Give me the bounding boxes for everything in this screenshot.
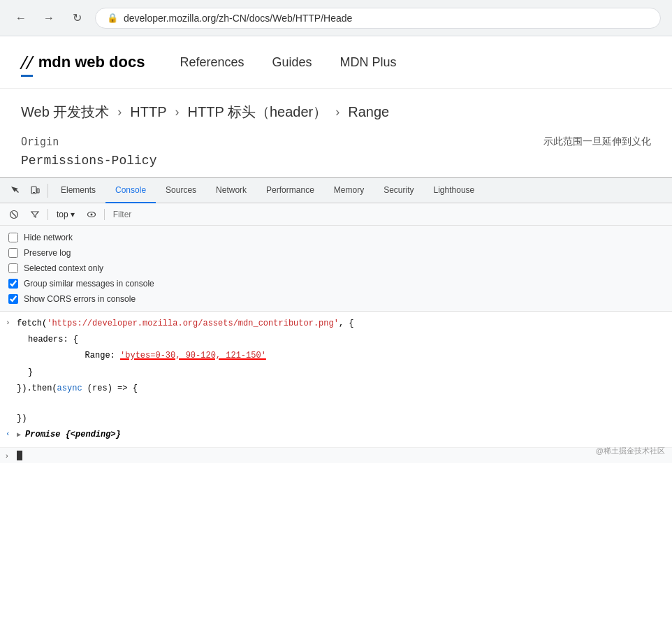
- lock-icon: 🔒: [107, 13, 118, 23]
- console-input-arrow: ›: [6, 451, 17, 460]
- tab-performance[interactable]: Performance: [256, 178, 324, 203]
- selected-context-checkbox[interactable]: [8, 263, 18, 273]
- svg-line-4: [12, 212, 16, 217]
- preserve-log-label: Preserve log: [24, 248, 71, 258]
- tab-network[interactable]: Network: [206, 178, 256, 203]
- mdn-logo[interactable]: // mdn web docs: [21, 50, 145, 74]
- console-settings: Hide network Preserve log Selected conte…: [0, 226, 672, 312]
- nav-references[interactable]: References: [180, 55, 244, 70]
- promise-expand-arrow: ▶: [17, 431, 25, 439]
- page-content: Origin 示此范围一旦延伸到义化 Permissions-Policy: [0, 129, 672, 177]
- console-input-line: ›: [0, 447, 672, 463]
- tab-security[interactable]: Security: [374, 178, 423, 203]
- console-toolbar-sep-1: [48, 209, 48, 220]
- close-headers-text: }: [28, 366, 33, 379]
- console-line-close-headers: }: [0, 365, 672, 381]
- preserve-log-checkbox[interactable]: [8, 248, 18, 258]
- filter-input[interactable]: [109, 208, 666, 221]
- show-cors-checkbox[interactable]: [8, 294, 18, 304]
- page-origin-text: Origin: [21, 136, 59, 148]
- nav-mdn-plus[interactable]: MDN Plus: [340, 55, 397, 70]
- eye-icon-btn[interactable]: [83, 206, 100, 223]
- hide-network-label: Hide network: [24, 233, 73, 242]
- console-output: › fetch('https://developer.mozilla.org/a…: [0, 312, 672, 447]
- back-button[interactable]: ←: [11, 8, 31, 28]
- devtools-sep-1: [48, 184, 48, 198]
- show-cors-label: Show CORS errors in console: [24, 294, 136, 304]
- tab-elements[interactable]: Elements: [51, 178, 105, 203]
- async-keyword: async: [57, 384, 82, 393]
- top-context-label: top: [57, 210, 68, 219]
- breadcrumb-http-headers[interactable]: HTTP 标头（header）: [188, 103, 328, 122]
- group-similar-label: Group similar messages in console: [24, 279, 154, 289]
- console-arrow-1: ›: [6, 317, 17, 330]
- breadcrumb-sep-3: ›: [335, 105, 339, 119]
- console-cursor: [17, 451, 22, 460]
- dropdown-arrow-icon: ▾: [71, 210, 75, 219]
- console-output-wrapper: › fetch('https://developer.mozilla.org/a…: [0, 312, 672, 463]
- headers-text: headers: {: [28, 333, 78, 347]
- breadcrumb-current: Range: [348, 104, 389, 120]
- page-chinese-text: 示此范围一旦延伸到义化: [543, 136, 651, 148]
- console-line-promise: ‹ ▶ Promise {<pending>}: [0, 427, 672, 443]
- range-value: 'bytes=0-30, 90-120, 121-150': [120, 351, 266, 361]
- then-suffix: (res) => {: [82, 384, 138, 393]
- console-line-headers: headers: {: [0, 332, 672, 348]
- hide-network-checkbox[interactable]: [8, 233, 18, 242]
- devtools-tabs: Elements Console Sources Network Perform…: [0, 178, 672, 203]
- checkbox-hide-network: Hide network: [8, 230, 664, 245]
- clear-console-btn[interactable]: [6, 206, 22, 223]
- console-line-range: Range: 'bytes=0-30, 90-120, 121-150': [0, 348, 672, 364]
- watermark: @稀土掘金技术社区: [596, 446, 665, 456]
- page-permissions-policy: Permissions-Policy: [21, 148, 651, 170]
- breadcrumb-sep-2: ›: [175, 105, 180, 119]
- tab-lighthouse[interactable]: Lighthouse: [424, 178, 485, 203]
- mdn-logo-mark: //: [21, 50, 33, 74]
- close-then-text: }): [17, 412, 27, 425]
- checkbox-show-cors: Show CORS errors in console: [8, 291, 664, 307]
- tab-sources[interactable]: Sources: [156, 178, 206, 203]
- breadcrumb-http[interactable]: HTTP: [130, 104, 166, 120]
- inspect-icon-btn[interactable]: [6, 181, 25, 201]
- tab-console[interactable]: Console: [105, 178, 156, 203]
- console-arrow-8: ‹: [6, 428, 17, 441]
- then-line: }).then(async (res) => {: [17, 382, 138, 395]
- then-prefix: }).then(: [17, 384, 57, 393]
- nav-guides[interactable]: Guides: [272, 55, 312, 70]
- mdn-nav: References Guides MDN Plus: [180, 55, 396, 70]
- reload-button[interactable]: ↻: [67, 8, 87, 28]
- console-line-fetch: › fetch('https://developer.mozilla.org/a…: [0, 316, 672, 332]
- devtools: Elements Console Sources Network Perform…: [0, 177, 672, 463]
- address-text: developer.mozilla.org/zh-CN/docs/Web/HTT…: [124, 13, 352, 24]
- range-key: Range:: [45, 351, 120, 361]
- checkbox-group-similar: Group similar messages in console: [8, 276, 664, 291]
- console-toolbar: top ▾: [0, 203, 672, 226]
- console-line-empty: [0, 397, 672, 411]
- fetch-url: 'https://developer.mozilla.org/assets/md…: [47, 319, 339, 328]
- mdn-header: // mdn web docs References Guides MDN Pl…: [0, 36, 672, 89]
- forward-button[interactable]: →: [39, 8, 59, 28]
- range-line: Range: 'bytes=0-30, 90-120, 121-150': [45, 349, 266, 363]
- svg-rect-1: [37, 189, 39, 193]
- browser-chrome: ← → ↻ 🔒 developer.mozilla.org/zh-CN/docs…: [0, 0, 672, 36]
- checkbox-preserve-log: Preserve log: [8, 245, 664, 261]
- tab-memory[interactable]: Memory: [324, 178, 374, 203]
- fetch-open: , {: [339, 319, 354, 328]
- filter-icon-btn[interactable]: [27, 206, 43, 223]
- group-similar-checkbox[interactable]: [8, 279, 18, 289]
- console-toolbar-sep-2: [104, 209, 105, 220]
- device-icon-btn[interactable]: [25, 181, 45, 201]
- promise-text: Promise {<pending>}: [25, 430, 121, 439]
- breadcrumb: Web 开发技术 › HTTP › HTTP 标头（header） › Rang…: [0, 89, 672, 129]
- selected-context-label: Selected context only: [24, 263, 103, 273]
- console-line-then: }).then(async (res) => {: [0, 381, 672, 397]
- svg-point-6: [90, 213, 92, 215]
- breadcrumb-web-dev[interactable]: Web 开发技术: [21, 103, 109, 122]
- promise-line: ▶ Promise {<pending>}: [17, 428, 121, 442]
- console-text-fetch: fetch('https://developer.mozilla.org/ass…: [17, 317, 354, 330]
- mdn-logo-text: mdn web docs: [38, 53, 145, 71]
- console-line-close-then: }): [0, 411, 672, 427]
- top-context-dropdown[interactable]: top ▾: [52, 208, 79, 221]
- address-bar[interactable]: 🔒 developer.mozilla.org/zh-CN/docs/Web/H…: [95, 8, 661, 29]
- fetch-fn: fetch(: [17, 319, 47, 328]
